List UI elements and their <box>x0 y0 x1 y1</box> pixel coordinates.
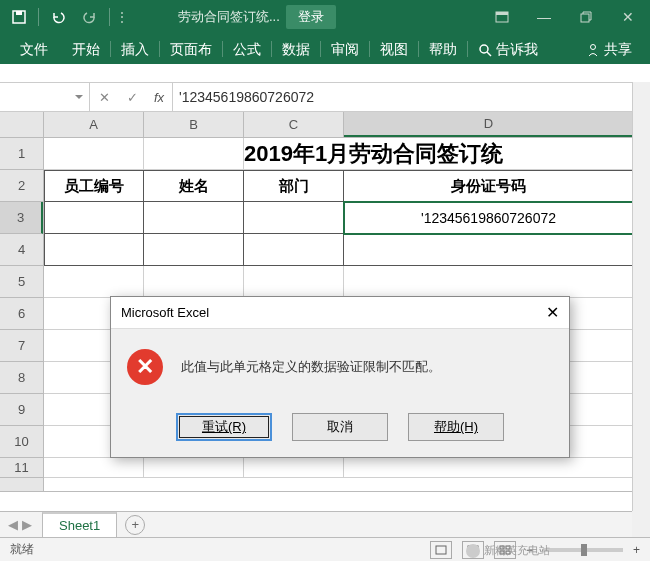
cell[interactable] <box>144 458 244 478</box>
tab-layout[interactable]: 页面布 <box>160 36 222 64</box>
titlebar: ⋮ 劳动合同签订统... 登录 — ✕ <box>0 0 650 34</box>
share-label: 共享 <box>604 41 632 59</box>
tab-insert[interactable]: 插入 <box>111 36 159 64</box>
row-header[interactable]: 7 <box>0 330 43 362</box>
sheet-nav[interactable]: ◀▶ <box>8 517 32 532</box>
col-header-a[interactable]: A <box>44 112 144 137</box>
dialog-title: Microsoft Excel <box>121 305 209 320</box>
svg-line-6 <box>487 52 491 56</box>
cell[interactable] <box>244 202 344 234</box>
help-button[interactable]: 帮助(H) <box>408 413 504 441</box>
share-button[interactable]: 共享 <box>574 36 644 64</box>
dialog-close-button[interactable]: ✕ <box>546 303 559 322</box>
enter-formula-button[interactable]: ✓ <box>118 83 146 111</box>
redo-button[interactable] <box>75 3 105 31</box>
cell[interactable] <box>44 202 144 234</box>
row-header[interactable]: 11 <box>0 458 43 478</box>
status-bar: 就绪 − + <box>0 537 650 561</box>
cell[interactable] <box>344 266 634 298</box>
row-header[interactable]: 4 <box>0 234 43 266</box>
dialog-titlebar[interactable]: Microsoft Excel ✕ <box>111 297 569 329</box>
row-header[interactable]: 1 <box>0 138 43 170</box>
cell[interactable] <box>144 234 244 266</box>
tab-view[interactable]: 视图 <box>370 36 418 64</box>
tell-me-search[interactable]: 告诉我 <box>468 36 548 64</box>
zoom-in-button[interactable]: + <box>633 543 640 557</box>
watermark-icon <box>466 544 480 558</box>
sheet-tab-active[interactable]: Sheet1 <box>42 512 117 537</box>
row-header[interactable]: 10 <box>0 426 43 458</box>
tab-review[interactable]: 审阅 <box>321 36 369 64</box>
cell[interactable] <box>244 458 344 478</box>
dialog-message: 此值与此单元格定义的数据验证限制不匹配。 <box>181 358 441 376</box>
tab-formulas[interactable]: 公式 <box>223 36 271 64</box>
horizontal-scrollbar[interactable] <box>632 511 650 537</box>
row-headers: 1 2 3 4 5 6 7 8 9 10 11 <box>0 138 44 491</box>
tab-file[interactable]: 文件 <box>6 36 62 64</box>
svg-point-7 <box>591 45 596 50</box>
row-header[interactable]: 2 <box>0 170 43 202</box>
vertical-scrollbar[interactable] <box>632 82 650 511</box>
row-header[interactable]: 6 <box>0 298 43 330</box>
cell[interactable] <box>244 266 344 298</box>
header-cell[interactable]: 员工编号 <box>44 171 144 202</box>
ribbon-tabs: 文件 开始 插入 页面布 公式 数据 审阅 视图 帮助 告诉我 共享 <box>0 34 650 64</box>
sheet-tabs-bar: ◀▶ Sheet1 + <box>0 511 632 537</box>
view-normal-button[interactable] <box>430 541 452 559</box>
col-header-b[interactable]: B <box>144 112 244 137</box>
cancel-button[interactable]: 取消 <box>292 413 388 441</box>
document-title: 劳动合同签订统... <box>178 8 280 26</box>
cell[interactable] <box>244 234 344 266</box>
row-header[interactable]: 9 <box>0 394 43 426</box>
undo-button[interactable] <box>43 3 73 31</box>
formula-input[interactable]: '12345619860726072 <box>173 89 650 105</box>
header-cell[interactable]: 身份证号码 <box>344 171 634 202</box>
cell[interactable] <box>44 234 144 266</box>
cell[interactable] <box>344 234 634 266</box>
login-button[interactable]: 登录 <box>286 5 336 29</box>
restore-button[interactable] <box>568 3 604 31</box>
cell[interactable] <box>144 202 244 234</box>
row-header[interactable]: 8 <box>0 362 43 394</box>
cell[interactable] <box>144 266 244 298</box>
error-icon: ✕ <box>127 349 163 385</box>
header-cell[interactable]: 部门 <box>244 171 344 202</box>
svg-point-5 <box>480 45 488 53</box>
row-header[interactable]: 5 <box>0 266 43 298</box>
status-ready: 就绪 <box>10 541 34 558</box>
tell-me-label: 告诉我 <box>496 41 538 59</box>
cell[interactable] <box>344 458 634 478</box>
cell[interactable] <box>44 458 144 478</box>
header-cell[interactable]: 姓名 <box>144 171 244 202</box>
zoom-slider[interactable] <box>543 548 623 552</box>
cell[interactable] <box>44 266 144 298</box>
cell[interactable] <box>144 138 244 170</box>
svg-rect-1 <box>16 11 22 15</box>
save-button[interactable] <box>4 3 34 31</box>
quick-access-toolbar: ⋮ <box>4 3 130 31</box>
minimize-button[interactable]: — <box>526 3 562 31</box>
retry-button[interactable]: 重试(R) <box>176 413 272 441</box>
add-sheet-button[interactable]: + <box>125 515 145 535</box>
column-headers: A B C D <box>44 112 650 138</box>
watermark: 新精英充电站 <box>466 543 550 558</box>
cancel-formula-button[interactable]: ✕ <box>90 83 118 111</box>
ribbon-display-options[interactable] <box>484 3 520 31</box>
tab-data[interactable]: 数据 <box>272 36 320 64</box>
sheet-title-cell[interactable]: 2019年1月劳动合同签订统 <box>244 138 634 170</box>
selected-cell[interactable]: '12345619860726072 <box>344 202 634 234</box>
cell[interactable] <box>44 138 144 170</box>
qat-customize[interactable]: ⋮ <box>114 3 130 31</box>
fx-icon[interactable]: fx <box>146 83 172 111</box>
svg-rect-4 <box>581 14 589 22</box>
svg-rect-3 <box>496 12 508 15</box>
tab-home[interactable]: 开始 <box>62 36 110 64</box>
row-header[interactable]: 3 <box>0 202 43 234</box>
formula-bar: ✕ ✓ fx '12345619860726072 <box>0 82 650 112</box>
select-all-corner[interactable] <box>0 112 44 138</box>
col-header-c[interactable]: C <box>244 112 344 137</box>
name-box[interactable] <box>0 83 90 111</box>
col-header-d[interactable]: D <box>344 112 634 137</box>
close-button[interactable]: ✕ <box>610 3 646 31</box>
tab-help[interactable]: 帮助 <box>419 36 467 64</box>
